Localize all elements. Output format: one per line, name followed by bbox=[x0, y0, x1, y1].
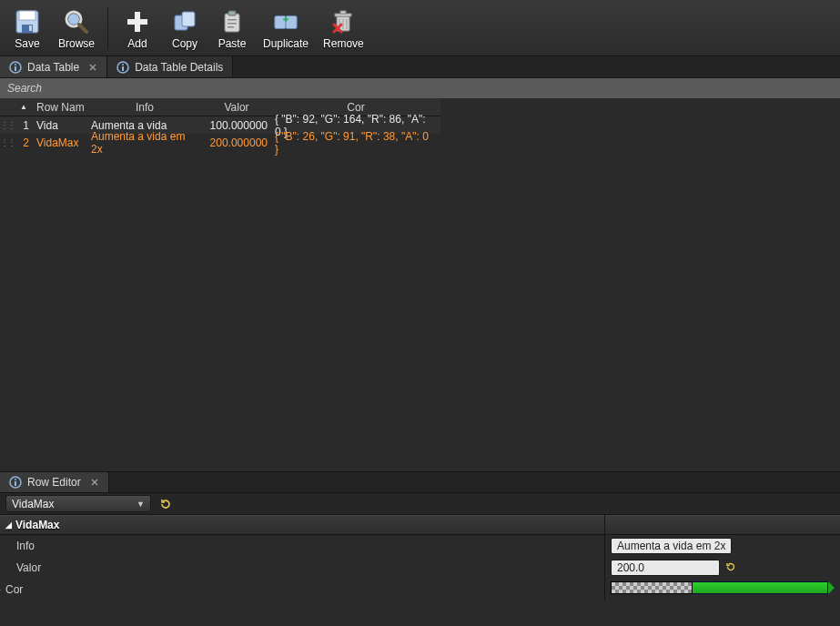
tab-data-table[interactable]: Data Table bbox=[0, 56, 107, 77]
tab-label: Data Table Details bbox=[135, 61, 223, 74]
detail-header-title: VidaMax bbox=[15, 519, 59, 531]
svg-rect-17 bbox=[286, 15, 297, 28]
detail-properties: Info Valor ▷ Cor Aumenta a vida em 2x bbox=[0, 535, 840, 601]
svg-rect-10 bbox=[182, 12, 195, 26]
browse-icon bbox=[63, 8, 90, 35]
detail-section-header[interactable]: ◢ VidaMax bbox=[0, 515, 604, 535]
cell-rowname: VidaMax bbox=[33, 136, 87, 149]
svg-point-28 bbox=[122, 64, 124, 66]
cell-valor: 200.000000 bbox=[202, 136, 271, 149]
svg-point-5 bbox=[68, 14, 79, 25]
sort-indicator-icon[interactable]: ▲ bbox=[15, 98, 33, 116]
copy-button[interactable]: Copy bbox=[165, 3, 205, 54]
svg-rect-16 bbox=[275, 15, 286, 28]
expander-icon: ▷ bbox=[0, 585, 4, 594]
drag-handle-icon[interactable]: ⋮⋮ bbox=[0, 120, 15, 130]
tab-label: Data Table bbox=[27, 61, 79, 74]
search-input[interactable] bbox=[0, 78, 840, 98]
valor-spinbox[interactable] bbox=[611, 560, 720, 576]
cell-cor: { "B": 26, "G": 91, "R": 38, "A": 0 } bbox=[271, 130, 433, 156]
row-editor-tabstrip: Row Editor bbox=[0, 471, 840, 493]
svg-rect-14 bbox=[228, 23, 237, 25]
valor-input[interactable] bbox=[612, 561, 720, 574]
chevron-down-icon: ▼ bbox=[137, 500, 145, 509]
copy-icon bbox=[171, 8, 198, 35]
svg-point-25 bbox=[15, 64, 16, 66]
svg-line-6 bbox=[79, 25, 86, 32]
reset-to-default-button[interactable] bbox=[725, 561, 738, 574]
save-button[interactable]: Save bbox=[7, 3, 47, 54]
property-label-cor[interactable]: ▷ Cor bbox=[0, 579, 604, 601]
row-index: 1 bbox=[15, 119, 33, 132]
svg-rect-3 bbox=[29, 25, 32, 31]
property-label-valor: Valor bbox=[0, 557, 604, 579]
info-icon bbox=[9, 476, 22, 489]
row-selector-bar: VidaMax ▼ bbox=[0, 493, 840, 515]
row-selector-combo[interactable]: VidaMax ▼ bbox=[5, 495, 151, 512]
column-header-rowname[interactable]: Row Nam bbox=[33, 98, 87, 116]
drag-handle-icon[interactable]: ⋮⋮ bbox=[0, 137, 15, 147]
info-icon bbox=[116, 61, 129, 74]
info-field[interactable]: Aumenta a vida em 2x bbox=[611, 538, 732, 554]
duplicate-button[interactable]: Duplicate bbox=[259, 3, 312, 54]
color-swatch[interactable] bbox=[693, 581, 828, 594]
svg-rect-13 bbox=[228, 19, 237, 21]
svg-rect-1 bbox=[19, 11, 35, 20]
reset-button[interactable] bbox=[158, 497, 173, 511]
svg-rect-8 bbox=[127, 19, 147, 25]
svg-rect-32 bbox=[15, 481, 16, 486]
svg-rect-20 bbox=[340, 11, 346, 14]
chevron-right-icon bbox=[828, 581, 835, 594]
add-button[interactable]: Add bbox=[117, 3, 157, 54]
combo-value: VidaMax bbox=[12, 498, 54, 510]
svg-rect-15 bbox=[228, 26, 234, 28]
paste-button[interactable]: Paste bbox=[212, 3, 252, 54]
table-row[interactable]: ⋮⋮ 2 VidaMax Aumenta a vida em 2x 200.00… bbox=[0, 134, 440, 151]
svg-rect-12 bbox=[228, 11, 236, 15]
save-icon bbox=[14, 8, 41, 35]
main-toolbar: Save Browse Add Copy Paste bbox=[0, 0, 840, 56]
column-header-info[interactable]: Info bbox=[87, 98, 202, 116]
remove-icon bbox=[329, 8, 357, 35]
close-icon[interactable] bbox=[90, 478, 99, 487]
cell-rowname: Vida bbox=[33, 119, 87, 132]
info-icon bbox=[9, 61, 22, 74]
duplicate-icon bbox=[272, 8, 299, 35]
row-index: 2 bbox=[15, 136, 33, 149]
column-header-valor[interactable]: Valor bbox=[202, 98, 271, 116]
data-table: ▲ Row Nam Info Valor Cor ⋮⋮ 1 Vida Aumen… bbox=[0, 98, 440, 151]
close-icon[interactable] bbox=[88, 63, 97, 72]
cell-valor: 100.000000 bbox=[202, 119, 271, 132]
property-label-info: Info bbox=[0, 535, 604, 557]
tab-label: Row Editor bbox=[27, 476, 81, 489]
tab-data-table-details[interactable]: Data Table Details bbox=[107, 56, 233, 77]
svg-point-31 bbox=[15, 479, 16, 480]
add-icon bbox=[124, 8, 151, 35]
remove-button[interactable]: Remove bbox=[319, 3, 368, 54]
expander-icon: ◢ bbox=[5, 520, 12, 530]
color-swatch-alpha[interactable] bbox=[611, 581, 693, 594]
tab-row-editor[interactable]: Row Editor bbox=[0, 472, 109, 492]
search-bar bbox=[0, 78, 840, 98]
cell-info: Aumenta a vida em 2x bbox=[87, 130, 202, 156]
paste-icon bbox=[218, 8, 246, 35]
browse-button[interactable]: Browse bbox=[55, 3, 98, 54]
svg-rect-26 bbox=[15, 66, 16, 71]
panel-tabstrip: Data Table Data Table Details bbox=[0, 56, 840, 78]
svg-rect-29 bbox=[122, 66, 124, 71]
